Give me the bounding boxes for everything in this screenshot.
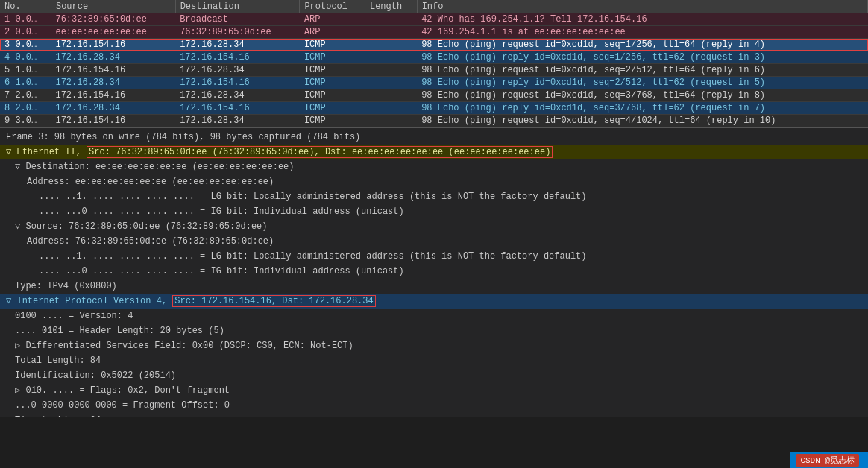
col-len: Length — [365, 0, 417, 13]
detail-row[interactable]: 0100 .... = Version: 4 — [0, 309, 868, 323]
detail-row[interactable]: .... ...0 .... .... .... .... = IG bit: … — [0, 264, 868, 279]
table-row[interactable]: 5 1.0…172.16.154.16172.16.28.34ICMP98 Ec… — [0, 64, 868, 77]
detail-row[interactable]: Time to Live: 64 — [0, 413, 868, 417]
col-no: No. — [0, 0, 51, 13]
detail-panel[interactable]: Frame 3: 98 bytes on wire (784 bits), 98… — [0, 128, 868, 417]
detail-row[interactable]: ▽ Ethernet II, Src: 76:32:89:65:0d:ee (7… — [0, 145, 868, 159]
detail-row[interactable]: .... 0101 = Header Length: 20 bytes (5) — [0, 323, 868, 338]
table-row[interactable]: 8 2.0…172.16.28.34172.16.154.16ICMP98 Ec… — [0, 102, 868, 115]
table-row[interactable]: 2 0.0…ee:ee:ee:ee:ee:ee76:32:89:65:0d:ee… — [0, 26, 868, 39]
detail-row[interactable]: .... ..1. .... .... .... .... = LG bit: … — [0, 249, 868, 264]
detail-row[interactable]: .... ..1. .... .... .... .... = LG bit: … — [0, 189, 868, 204]
detail-row[interactable]: ▷ Differentiated Services Field: 0x00 (D… — [0, 338, 868, 353]
table-row[interactable]: 1 0.0…76:32:89:65:0d:eeBroadcastARP42 Wh… — [0, 13, 868, 26]
detail-row[interactable]: ...0 0000 0000 0000 = Fragment Offset: 0 — [0, 398, 868, 413]
table-row[interactable]: 3 0.0…172.16.154.16172.16.28.34ICMP98 Ec… — [0, 39, 868, 51]
ethernet-src-dst-outlined: Src: 76:32:89:65:0d:ee (76:32:89:65:0d:e… — [87, 146, 553, 158]
detail-row[interactable]: Frame 3: 98 bytes on wire (784 bits), 98… — [0, 130, 868, 145]
packet-list[interactable]: No. Source Destination Protocol Length I… — [0, 0, 868, 128]
detail-row[interactable]: Address: ee:ee:ee:ee:ee:ee (ee:ee:ee:ee:… — [0, 174, 868, 189]
table-row[interactable]: 6 1.0…172.16.28.34172.16.154.16ICMP98 Ec… — [0, 77, 868, 89]
ip-src-dst-outlined: Src: 172.16.154.16, Dst: 172.16.28.34 — [172, 295, 375, 307]
col-source: Source — [51, 0, 175, 13]
col-info: Info — [417, 0, 867, 13]
col-proto: Protocol — [300, 0, 365, 13]
detail-row[interactable]: Identification: 0x5022 (20514) — [0, 368, 868, 383]
table-row[interactable]: 4 0.0…172.16.28.34172.16.154.16ICMP98 Ec… — [0, 51, 868, 64]
detail-row[interactable]: ▽ Internet Protocol Version 4, Src: 172.… — [0, 294, 868, 309]
detail-row[interactable]: .... ...0 .... .... .... .... = IG bit: … — [0, 204, 868, 219]
bottom-bar: CSDN @觅志标 — [790, 452, 868, 468]
detail-row[interactable]: Type: IPv4 (0x0800) — [0, 279, 868, 294]
packet-list-header: No. Source Destination Protocol Length I… — [0, 0, 868, 13]
detail-row[interactable]: Address: 76:32:89:65:0d:ee (76:32:89:65:… — [0, 234, 868, 249]
detail-row[interactable]: ▽ Destination: ee:ee:ee:ee:ee:ee (ee:ee:… — [0, 159, 868, 174]
detail-row[interactable]: Total Length: 84 — [0, 353, 868, 368]
detail-row[interactable]: ▽ Source: 76:32:89:65:0d:ee (76:32:89:65… — [0, 219, 868, 234]
col-dest: Destination — [175, 0, 300, 13]
table-row[interactable]: 7 2.0…172.16.154.16172.16.28.34ICMP98 Ec… — [0, 89, 868, 102]
csdn-badge: CSDN @觅志标 — [796, 454, 859, 467]
detail-row[interactable]: ▷ 010. .... = Flags: 0x2, Don't fragment — [0, 383, 868, 398]
table-row[interactable]: 9 3.0…172.16.154.16172.16.28.34ICMP98 Ec… — [0, 115, 868, 127]
